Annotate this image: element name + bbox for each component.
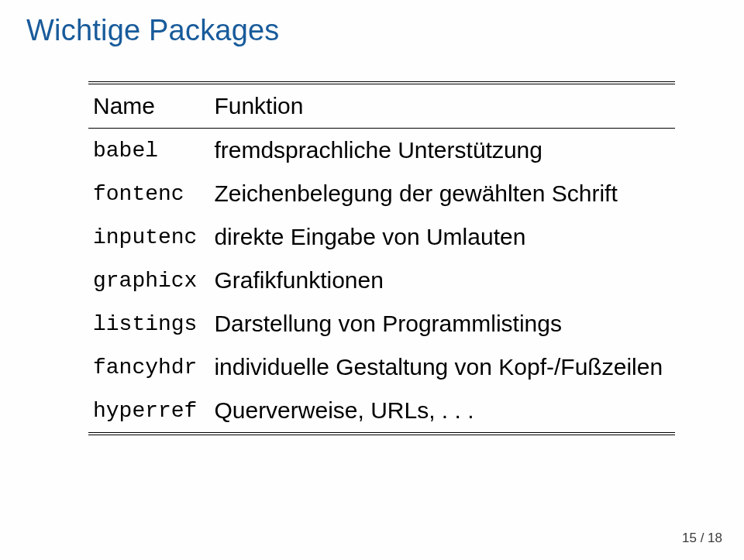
table-row: inputenc direkte Eingabe von Umlauten xyxy=(88,215,675,259)
pkg-func: Grafikfunktionen xyxy=(209,259,675,302)
table-row: hyperref Querverweise, URLs, . . . xyxy=(88,389,675,434)
table-row: listings Darstellung von Programmlisting… xyxy=(88,302,675,345)
pkg-func: direkte Eingabe von Umlauten xyxy=(209,215,675,259)
packages-table: Name Funktion babel fremdsprachliche Unt… xyxy=(88,81,675,435)
page-number: 15 / 18 xyxy=(682,531,722,546)
pkg-name: listings xyxy=(88,302,209,345)
pkg-func: Zeichenbelegung der gewählten Schrift xyxy=(209,172,675,215)
page-title: Wichtige Packages xyxy=(26,14,718,47)
pkg-name: fontenc xyxy=(88,172,209,215)
table-row: babel fremdsprachliche Unterstützung xyxy=(88,129,675,173)
pkg-func: fremdsprachliche Unterstützung xyxy=(209,129,675,173)
table-header-row: Name Funktion xyxy=(88,83,675,129)
pkg-name: hyperref xyxy=(88,389,209,434)
table-row: fontenc Zeichenbelegung der gewählten Sc… xyxy=(88,172,675,215)
slide: Wichtige Packages Name Funktion babel fr… xyxy=(0,0,744,560)
pkg-name: graphicx xyxy=(88,259,209,302)
table-row: graphicx Grafikfunktionen xyxy=(88,259,675,302)
pkg-func: individuelle Gestaltung von Kopf-/Fußzei… xyxy=(209,345,675,389)
pkg-name: babel xyxy=(88,129,209,173)
header-function: Funktion xyxy=(209,83,675,129)
pkg-name: inputenc xyxy=(88,215,209,259)
pkg-name: fancyhdr xyxy=(88,345,209,389)
header-name: Name xyxy=(88,83,209,129)
table-row: fancyhdr individuelle Gestaltung von Kop… xyxy=(88,345,675,389)
pkg-func: Querverweise, URLs, . . . xyxy=(209,389,675,434)
pkg-func: Darstellung von Programmlistings xyxy=(209,302,675,345)
